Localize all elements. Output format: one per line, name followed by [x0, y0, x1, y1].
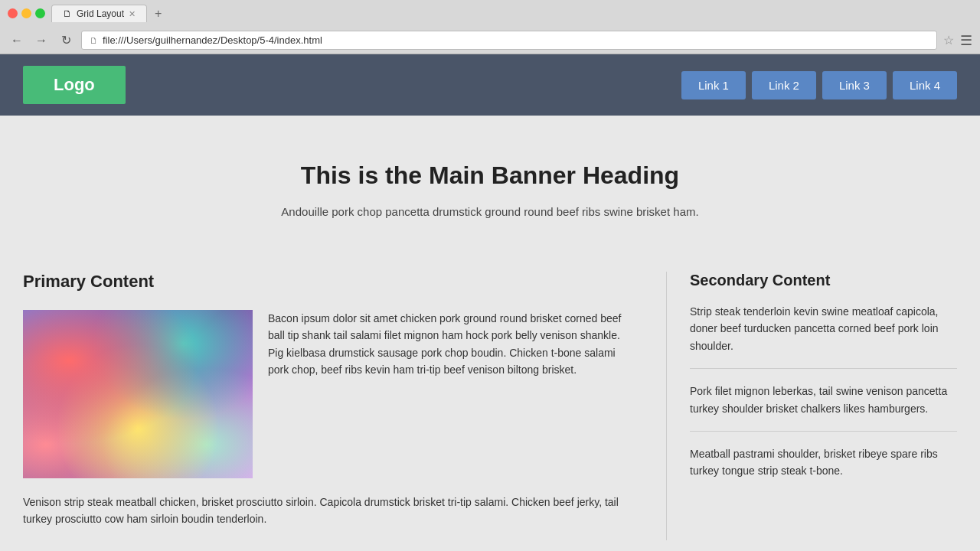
- primary-para-1: Bacon ipsum dolor sit amet chicken pork …: [268, 310, 635, 478]
- hero-section: This is the Main Banner Heading Andouill…: [0, 116, 980, 256]
- nav-links: Link 1 Link 2 Link 3 Link 4: [681, 71, 957, 99]
- nav-link-2[interactable]: Link 2: [752, 71, 816, 99]
- content-image: [23, 310, 253, 478]
- forward-button[interactable]: →: [32, 31, 51, 50]
- close-button[interactable]: [8, 8, 18, 18]
- hero-heading: This is the Main Banner Heading: [15, 161, 965, 190]
- back-button[interactable]: ←: [8, 31, 26, 50]
- hero-subtext: Andouille pork chop pancetta drumstick g…: [15, 205, 965, 218]
- secondary-para-1: Strip steak tenderloin kevin swine meatl…: [690, 303, 957, 369]
- address-bar-row: ← → ↻ 🗋 file:///Users/guilhernandez/Desk…: [0, 27, 980, 54]
- abstract-art-image: [23, 310, 253, 478]
- nav-link-4[interactable]: Link 4: [893, 71, 957, 99]
- secondary-para-3: Meatball pastrami shoulder, brisket ribe…: [690, 445, 957, 494]
- bookmark-button[interactable]: ☆: [943, 33, 954, 47]
- active-tab[interactable]: 🗋 Grid Layout ✕: [51, 5, 147, 22]
- primary-content: Primary Content Bacon ipsum dolor sit am…: [23, 272, 666, 540]
- address-text: file:///Users/guilhernandez/Desktop/5-4/…: [103, 34, 322, 46]
- menu-button[interactable]: ☰: [960, 32, 972, 49]
- maximize-button[interactable]: [35, 8, 45, 18]
- nav-link-3[interactable]: Link 3: [822, 71, 887, 99]
- content-with-image: Bacon ipsum dolor sit amet chicken pork …: [23, 310, 635, 478]
- secondary-content: Secondary Content Strip steak tenderloin…: [666, 272, 957, 540]
- page-content: Logo Link 1 Link 2 Link 3 Link 4 This is…: [0, 54, 980, 551]
- primary-para-2: Venison strip steak meatball chicken, br…: [23, 494, 635, 528]
- refresh-button[interactable]: ↻: [57, 31, 75, 50]
- tab-close-icon[interactable]: ✕: [129, 9, 136, 19]
- titlebar: 🗋 Grid Layout ✕ +: [0, 0, 980, 27]
- tab-icon: 🗋: [63, 8, 72, 19]
- address-bar[interactable]: 🗋 file:///Users/guilhernandez/Desktop/5-…: [81, 31, 937, 50]
- primary-heading: Primary Content: [23, 272, 635, 292]
- window-controls: [8, 8, 45, 18]
- tab-bar: 🗋 Grid Layout ✕ +: [51, 5, 166, 22]
- tab-title: Grid Layout: [77, 8, 124, 19]
- new-tab-button[interactable]: +: [150, 5, 166, 22]
- site-header: Logo Link 1 Link 2 Link 3 Link 4: [0, 54, 980, 116]
- secondary-heading: Secondary Content: [690, 272, 957, 289]
- secondary-para-2: Pork filet mignon leberkas, tail swine v…: [690, 383, 957, 432]
- nav-link-1[interactable]: Link 1: [681, 71, 746, 99]
- logo: Logo: [23, 66, 126, 104]
- main-layout: Primary Content Bacon ipsum dolor sit am…: [0, 256, 980, 551]
- browser-chrome: 🗋 Grid Layout ✕ + ← → ↻ 🗋 file:///Users/…: [0, 0, 980, 54]
- lock-icon: 🗋: [90, 36, 98, 45]
- minimize-button[interactable]: [21, 8, 31, 18]
